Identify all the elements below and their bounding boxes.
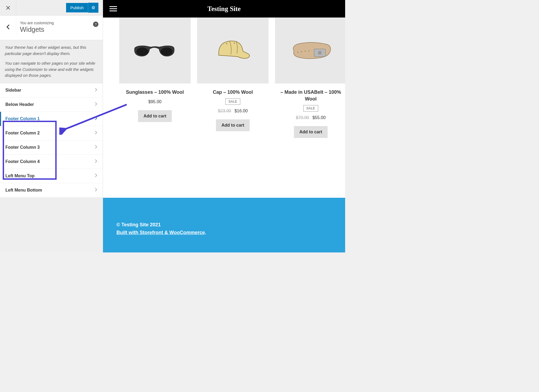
widget-area-footer-column-2[interactable]: Footer Column 2 <box>0 126 103 140</box>
site-header: Testing Site <box>103 0 345 18</box>
widget-area-footer-column-4[interactable]: Footer Column 4 <box>0 155 103 169</box>
svg-point-11 <box>305 51 306 52</box>
svg-point-6 <box>234 43 235 44</box>
add-to-cart-button[interactable]: Add to cart <box>294 126 327 138</box>
footer-credit: Built with Storefront & WooCommerce. <box>116 230 332 235</box>
product-grid: Sunglasses – 100% Wool $95.00 Add to car… <box>103 18 345 149</box>
widget-area-left-menu-bottom[interactable]: Left Menu Bottom <box>0 183 103 197</box>
belt-icon <box>289 39 333 63</box>
product-card: Cap – 100% Wool SALE $23.00 $16.00 Add t… <box>197 18 269 138</box>
site-preview: Testing Site Sunglasses – 100% Wool $95.… <box>103 0 345 252</box>
widget-area-label: Left Menu Top <box>5 174 35 178</box>
widget-area-label: Sidebar <box>5 88 21 93</box>
customizer-panel: Publish ⚙ You are customizing Widgets ? … <box>0 0 103 252</box>
close-customizer-button[interactable] <box>0 0 16 16</box>
product-name: Cap – 100% Wool <box>197 89 269 96</box>
chevron-right-icon <box>95 88 97 93</box>
panel-description: Your theme has 4 other widget areas, but… <box>0 40 103 83</box>
product-card: Sunglasses – 100% Wool $95.00 Add to car… <box>119 18 191 138</box>
price-original: $23.00 <box>218 109 231 113</box>
svg-rect-8 <box>318 51 321 54</box>
price-original: $70.00 <box>296 115 309 120</box>
svg-point-10 <box>301 51 302 52</box>
panel-subtitle: You are customizing <box>20 21 91 25</box>
back-button[interactable] <box>0 19 16 35</box>
sale-badge: SALE <box>303 105 318 112</box>
widget-area-left-menu-top[interactable]: Left Menu Top <box>0 169 103 183</box>
chevron-right-icon <box>95 116 97 122</box>
panel-title-wrap: You are customizing Widgets <box>20 21 91 33</box>
widget-area-label: Left Menu Bottom <box>5 188 42 193</box>
price-current: $55.00 <box>313 115 326 120</box>
svg-point-9 <box>297 52 298 53</box>
sale-badge: SALE <box>225 98 240 105</box>
panel-header: You are customizing Widgets ? <box>0 16 103 40</box>
chevron-right-icon <box>95 188 97 193</box>
product-price: $70.00 $55.00 <box>275 115 345 120</box>
menu-toggle-button[interactable] <box>109 6 117 12</box>
product-price: $95.00 <box>119 99 191 104</box>
widget-area-footer-column-3[interactable]: Footer Column 3 <box>0 140 103 155</box>
product-name: – Made in USABelt – 100% Wool <box>275 89 345 102</box>
widget-area-label: Footer Column 2 <box>5 131 40 136</box>
chevron-right-icon <box>95 145 97 150</box>
footer-copyright: © Testing Site 2021 <box>116 222 332 228</box>
price-current: $16.00 <box>235 109 248 113</box>
svg-point-4 <box>161 47 173 55</box>
add-to-cart-button[interactable]: Add to cart <box>216 119 249 131</box>
product-image[interactable] <box>275 18 345 84</box>
desc-line-2: You can navigate to other pages on your … <box>5 60 98 79</box>
sunglasses-icon <box>132 41 178 60</box>
desc-line-1: Your theme has 4 other widget areas, but… <box>5 44 98 57</box>
help-icon: ? <box>95 22 97 26</box>
panel-title: Widgets <box>20 26 91 33</box>
chevron-right-icon <box>95 173 97 179</box>
gear-icon: ⚙ <box>91 5 95 10</box>
site-title: Testing Site <box>207 5 241 13</box>
chevron-right-icon <box>95 102 97 107</box>
svg-point-5 <box>226 43 227 44</box>
site-footer: © Testing Site 2021 Built with Storefron… <box>103 198 345 252</box>
widget-areas-list: Sidebar Below Header Footer Column 1 Foo… <box>0 83 103 197</box>
svg-point-3 <box>136 47 148 55</box>
svg-point-12 <box>308 50 310 51</box>
product-image[interactable] <box>119 18 191 84</box>
product-image[interactable] <box>197 18 269 84</box>
add-to-cart-button[interactable]: Add to cart <box>138 110 171 122</box>
help-button[interactable]: ? <box>93 22 98 27</box>
widget-area-label: Below Header <box>5 102 34 107</box>
cap-icon <box>213 38 252 63</box>
widget-area-sidebar[interactable]: Sidebar <box>0 83 103 98</box>
chevron-right-icon <box>95 159 97 164</box>
widget-area-label: Footer Column 4 <box>5 159 40 164</box>
product-card: – Made in USABelt – 100% Wool SALE $70.0… <box>275 18 345 138</box>
publish-settings-button[interactable]: ⚙ <box>88 3 98 13</box>
price-current: $95.00 <box>148 99 162 104</box>
chevron-right-icon <box>95 130 97 136</box>
widget-area-below-header[interactable]: Below Header <box>0 98 103 112</box>
publish-button[interactable]: Publish <box>66 3 88 12</box>
widget-area-footer-column-1[interactable]: Footer Column 1 <box>0 112 103 126</box>
widget-area-label: Footer Column 3 <box>5 145 40 150</box>
product-price: $23.00 $16.00 <box>197 109 269 113</box>
publish-button-group: Publish ⚙ <box>66 3 103 13</box>
footer-credit-link[interactable]: Built with Storefront & WooCommerce <box>116 230 205 235</box>
widget-area-label: Footer Column 1 <box>5 116 40 121</box>
product-name: Sunglasses – 100% Wool <box>119 89 191 96</box>
customizer-topbar: Publish ⚙ <box>0 0 103 16</box>
